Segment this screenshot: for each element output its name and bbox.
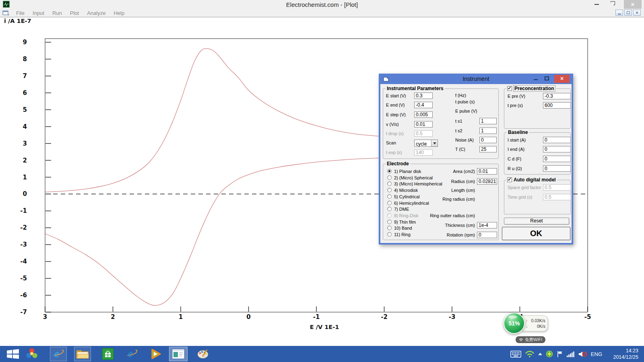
f-hz-label: f (Hz) [455, 93, 466, 98]
rotation-rpm-input[interactable]: 0 [477, 232, 497, 238]
auto-digital-model-checkbox[interactable] [507, 177, 512, 182]
desktop: Electrochemist.com - [Plot] × FileInputR… [0, 0, 644, 362]
mdi-minimize-icon[interactable] [615, 10, 623, 16]
dialog-maximize-icon[interactable] [545, 76, 549, 80]
y-tick-label: -6 [20, 292, 27, 299]
taskbar-media-player[interactable] [147, 347, 164, 361]
free-wifi-badge[interactable]: 免费WIFI [516, 336, 545, 343]
x-tick-label: 3 [43, 313, 47, 321]
tray-clock[interactable]: 14:23 2014/12/25 [607, 348, 638, 360]
dialog-close-icon[interactable]: × [554, 75, 570, 83]
y-tick-label: -7 [20, 309, 27, 316]
hidden-icons-chevron-icon[interactable] [538, 353, 542, 355]
menu-item-input[interactable]: Input [29, 10, 48, 16]
volume-muted-icon[interactable] [578, 351, 587, 358]
start-button[interactable] [5, 347, 21, 361]
menu-item-plot[interactable]: Plot [66, 10, 83, 16]
e-step-v-input[interactable]: 0.005 [414, 111, 433, 118]
e-end-v-input[interactable]: -0.4 [414, 102, 433, 108]
t-s1-input[interactable]: 1 [479, 118, 497, 124]
net-speed-tooltip: ↑0.03K/s ↓0K/s [522, 315, 548, 331]
electrode-radio-2-micro-spherical[interactable] [387, 175, 392, 180]
memory-percent: 51% [508, 320, 520, 327]
v-v-s-input[interactable]: 0.01 [414, 121, 433, 128]
mdi-close-icon[interactable]: × [633, 10, 641, 16]
x-axis-title: E /V 1E-1 [310, 324, 339, 330]
menu-item-run[interactable]: Run [48, 10, 66, 16]
t-s2-input[interactable]: 1 [479, 128, 497, 134]
electrode-radio-6-hemicylindrical[interactable] [387, 201, 392, 205]
network-signal-icon[interactable] [567, 351, 575, 357]
scan-select[interactable]: cycle [414, 140, 438, 147]
electrode-radio-1-planar-disk[interactable] [387, 169, 392, 173]
reset-button[interactable]: Reset [504, 218, 569, 224]
mdi-restore-icon[interactable] [624, 10, 632, 16]
t-pre-s-input[interactable]: 600 [543, 102, 571, 109]
x-tick-label: 2 [111, 313, 115, 321]
t-exp-s-input[interactable]: 140 [414, 149, 433, 156]
t-pulse-s-label: t pulse (s) [455, 99, 475, 104]
taskbar-browser-360[interactable] [23, 347, 40, 361]
mdi-child-icon[interactable] [2, 10, 9, 17]
window-minimize-icon[interactable] [594, 4, 599, 5]
taskbar-internet-explorer-desktop[interactable]: e [124, 347, 140, 361]
e-pre-v-label: E pre (V) [508, 94, 525, 99]
taskbar-file-explorer[interactable] [74, 347, 91, 361]
r-u-input[interactable]: 0 [543, 165, 571, 172]
taskbar-internet-explorer[interactable]: e [50, 347, 67, 361]
taskbar-electrochemist-app[interactable] [169, 347, 188, 361]
action-center-flag-icon[interactable] [557, 351, 563, 358]
t-drop-s-input[interactable]: 0.5 [414, 130, 433, 137]
group-title: Instrumental Parameters [386, 86, 445, 91]
noise-a-label: Noise (A) [455, 138, 474, 142]
i-start-a-input[interactable]: 0 [543, 137, 571, 143]
noise-a-input[interactable]: 0 [479, 137, 497, 143]
y-tick-label: -3 [20, 241, 27, 248]
time-grid-s-label: Time grid (s) [508, 195, 532, 200]
menu-item-file[interactable]: File [12, 10, 29, 16]
thickness-cm-input[interactable]: 1e-4 [477, 222, 497, 228]
e-pre-v-input[interactable]: -0.3 [543, 93, 571, 99]
radius-cm-input[interactable]: 0.02821 [477, 178, 497, 185]
language-indicator[interactable]: ENG [591, 351, 602, 357]
preconcentration-checkbox[interactable] [507, 86, 512, 91]
chevron-down-icon[interactable] [431, 140, 438, 146]
y-tick-label: 6 [23, 89, 27, 97]
dialog-minimize-icon[interactable] [534, 79, 538, 80]
time-grid-s-input[interactable]: 0.5 [543, 194, 571, 200]
electrode-radio-4-microdisk[interactable] [387, 188, 392, 192]
menu-item-help[interactable]: Help [109, 10, 128, 16]
wifi-icon[interactable] [525, 350, 535, 358]
c-d-f-input[interactable]: 0 [543, 156, 571, 162]
touch-keyboard-icon[interactable] [510, 351, 521, 358]
window-close-icon[interactable]: × [624, 0, 642, 9]
taskbar-paint[interactable] [195, 347, 212, 361]
t-c-input[interactable]: 25 [479, 146, 497, 152]
group-auto-digital-model: Auto digital model Space grid factor0.5T… [504, 180, 571, 214]
electrode-radio-5-cylindrical[interactable] [387, 194, 392, 199]
electrode-radio-10-band[interactable] [387, 226, 392, 230]
security-orb-icon[interactable] [546, 350, 553, 358]
electrode-radio-11-ring[interactable] [387, 232, 392, 237]
i-start-a-label: I start (A) [508, 138, 526, 142]
ring-radius-cm-label: Ring radius (cm) [442, 197, 475, 202]
window-restore-icon[interactable] [609, 2, 613, 6]
y-tick-label: 8 [23, 56, 27, 63]
electrode-radio-3-micro-hemispherical[interactable] [387, 181, 392, 186]
taskbar-windows-store[interactable] [100, 347, 116, 361]
i-end-a-input[interactable]: 0 [543, 146, 571, 152]
tray-date: 2014/12/25 [607, 354, 638, 360]
electrode-radio-8-ring-disk[interactable] [387, 213, 392, 218]
dialog-titlebar[interactable]: Instrument × [379, 74, 573, 84]
electrode-radio-9-thin-film[interactable] [387, 220, 392, 224]
e-pulse-v-label: E pulse (V) [455, 109, 477, 113]
electrode-radio-7-dme[interactable] [387, 207, 392, 211]
space-grid-factor-input[interactable]: 0.5 [543, 184, 571, 191]
ok-button[interactable]: OK [502, 227, 570, 240]
app-window: Electrochemist.com - [Plot] × FileInputR… [0, 0, 644, 346]
area-cm2-input[interactable]: 0.01 [477, 168, 497, 175]
memory-usage-ball[interactable]: 51% [504, 313, 525, 334]
thickness-cm-label: Thickness (cm) [445, 223, 475, 228]
e-start-v-input[interactable]: 0.3 [414, 93, 433, 99]
menu-item-analyze[interactable]: Analyze [83, 10, 109, 16]
